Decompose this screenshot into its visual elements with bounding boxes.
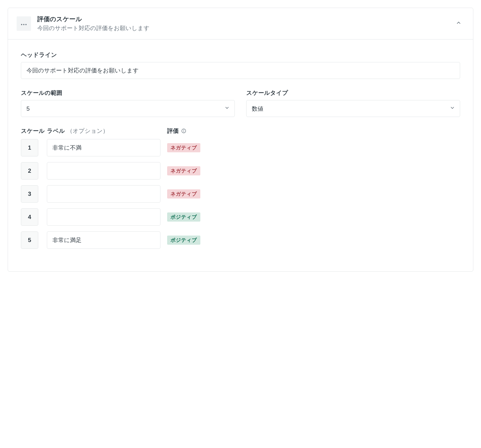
svg-point-1 bbox=[23, 24, 24, 25]
svg-point-0 bbox=[21, 24, 22, 25]
scale-row: 5ポジティブ bbox=[21, 231, 460, 249]
scale-label-input-wrapper bbox=[47, 139, 160, 156]
scale-row: 2ネガティブ bbox=[21, 162, 460, 180]
scale-range-field: スケールの範囲 5 bbox=[21, 89, 235, 117]
card-subtitle: 今回のサポート対応の評価をお願いします bbox=[37, 24, 447, 32]
negative-badge: ネガティブ bbox=[167, 143, 200, 152]
svg-point-5 bbox=[184, 130, 184, 130]
scale-label-input[interactable] bbox=[47, 208, 160, 226]
label-column-header: ラベル （オプション） bbox=[47, 127, 160, 135]
label-column-header-text: ラベル bbox=[47, 127, 65, 135]
scale-row: 4ポジティブ bbox=[21, 208, 460, 226]
scale-column-header: スケール bbox=[21, 127, 47, 135]
scale-label-input[interactable] bbox=[47, 162, 160, 180]
scale-label-input[interactable] bbox=[47, 139, 160, 156]
positive-badge: ポジティブ bbox=[167, 213, 200, 222]
scale-row: 1ネガティブ bbox=[21, 139, 460, 156]
scale-number: 2 bbox=[21, 162, 38, 180]
headline-input[interactable] bbox=[21, 62, 460, 79]
scale-type-label: スケールタイプ bbox=[246, 89, 460, 97]
label-column-header-suffix: （オプション） bbox=[67, 127, 108, 135]
scale-label-input-wrapper bbox=[47, 162, 160, 180]
scale-type-field: スケールタイプ 数値 bbox=[246, 89, 460, 117]
svg-point-2 bbox=[25, 24, 27, 25]
rating-column-header-text: 評価 bbox=[167, 127, 179, 135]
drag-dots-icon bbox=[21, 20, 27, 27]
card-title: 評価のスケール bbox=[37, 15, 447, 23]
scale-rows-header: スケール ラベル （オプション） 評価 bbox=[21, 127, 460, 135]
rating-scale-card: 評価のスケール 今回のサポート対応の評価をお願いします ヘッドライン スケールの… bbox=[8, 8, 473, 272]
scale-type-select[interactable]: 数値 bbox=[246, 100, 460, 117]
positive-badge: ポジティブ bbox=[167, 235, 200, 245]
scale-range-label: スケールの範囲 bbox=[21, 89, 235, 97]
info-icon[interactable] bbox=[181, 128, 186, 134]
scale-label-input[interactable] bbox=[47, 185, 160, 203]
scale-label-input-wrapper bbox=[47, 208, 160, 226]
scale-label-input[interactable] bbox=[47, 231, 160, 249]
scale-label-input-wrapper bbox=[47, 231, 160, 249]
scale-label-input-wrapper bbox=[47, 185, 160, 203]
scale-number: 5 bbox=[21, 231, 38, 249]
negative-badge: ネガティブ bbox=[167, 166, 200, 175]
negative-badge: ネガティブ bbox=[167, 189, 200, 198]
drag-handle[interactable] bbox=[17, 16, 31, 31]
card-header-text: 評価のスケール 今回のサポート対応の評価をお願いします bbox=[37, 15, 447, 32]
headline-field: ヘッドライン bbox=[21, 51, 460, 79]
chevron-up-icon bbox=[456, 20, 462, 27]
scale-number: 1 bbox=[21, 139, 38, 156]
card-header: 評価のスケール 今回のサポート対応の評価をお願いします bbox=[8, 8, 473, 39]
scale-row: 3ネガティブ bbox=[21, 185, 460, 203]
scale-number: 4 bbox=[21, 208, 38, 226]
headline-label: ヘッドライン bbox=[21, 51, 460, 59]
rating-column-header: 評価 bbox=[167, 127, 186, 135]
scale-range-select[interactable]: 5 bbox=[21, 100, 235, 117]
scale-number: 3 bbox=[21, 185, 38, 203]
card-body: ヘッドライン スケールの範囲 5 スケールタイプ 数 bbox=[8, 39, 473, 271]
scale-rows-section: スケール ラベル （オプション） 評価 1ネガティブ2ネガティブ3ネガティブ4ポ… bbox=[21, 127, 460, 249]
collapse-toggle[interactable] bbox=[453, 18, 464, 29]
